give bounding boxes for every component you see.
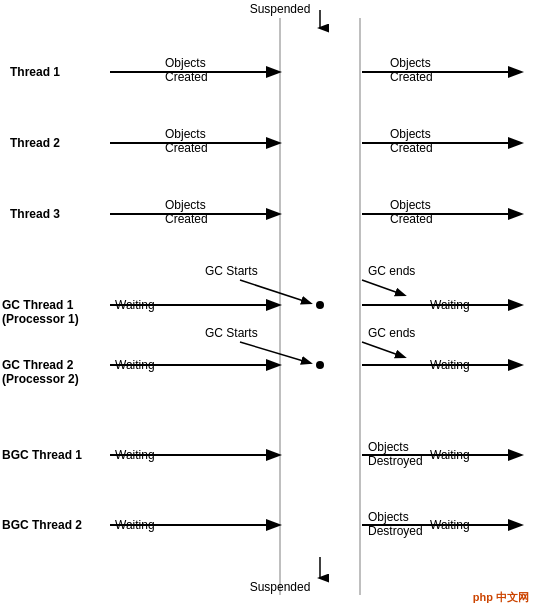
bgc1-destroyed-label: Destroyed xyxy=(368,454,423,468)
bgc2-objects-label: Objects xyxy=(368,510,409,524)
gc2-gc-ends-label: GC ends xyxy=(368,326,415,340)
created-1-left-label: Created xyxy=(165,70,208,84)
svg-point-23 xyxy=(316,361,324,369)
gc1-gc-starts-label: GC Starts xyxy=(205,264,258,278)
objects-3-right-label: Objects xyxy=(390,198,431,212)
bgc2-waiting-left-label: Waiting xyxy=(115,518,155,532)
objects-1-right-label: Objects xyxy=(390,56,431,70)
svg-line-16 xyxy=(362,342,404,357)
created-3-left-label: Created xyxy=(165,212,208,226)
gc1-gc-ends-label: GC ends xyxy=(368,264,415,278)
bgc2-destroyed-label: Destroyed xyxy=(368,524,423,538)
objects-3-left-label: Objects xyxy=(165,198,206,212)
bgc1-waiting-left-label: Waiting xyxy=(115,448,155,462)
svg-line-11 xyxy=(240,280,310,303)
suspended-top-label: Suspended xyxy=(250,2,311,16)
created-2-right-label: Created xyxy=(390,141,433,155)
gc1-waiting-left-label: Waiting xyxy=(115,298,155,312)
suspended-bottom-label: Suspended xyxy=(250,580,311,594)
created-2-left-label: Created xyxy=(165,141,208,155)
gc2-gc-starts-label: GC Starts xyxy=(205,326,258,340)
diagram: Suspended Thread 1 Objects Created Objec… xyxy=(0,0,537,613)
gc-thread2-label: GC Thread 2 xyxy=(2,358,73,372)
thread1-label: Thread 1 xyxy=(10,65,60,79)
objects-2-right-label: Objects xyxy=(390,127,431,141)
svg-point-22 xyxy=(316,301,324,309)
bgc1-waiting-right-label: Waiting xyxy=(430,448,470,462)
objects-2-left-label: Objects xyxy=(165,127,206,141)
bgc2-waiting-right-label: Waiting xyxy=(430,518,470,532)
gc2-waiting-left-label: Waiting xyxy=(115,358,155,372)
bgc-thread2-label: BGC Thread 2 xyxy=(2,518,82,532)
bgc1-objects-label: Objects xyxy=(368,440,409,454)
processor2-label: (Processor 2) xyxy=(2,372,79,386)
processor1-label: (Processor 1) xyxy=(2,312,79,326)
created-1-right-label: Created xyxy=(390,70,433,84)
gc-thread1-label: GC Thread 1 xyxy=(2,298,73,312)
thread2-label: Thread 2 xyxy=(10,136,60,150)
created-3-right-label: Created xyxy=(390,212,433,226)
gc1-waiting-right-label: Waiting xyxy=(430,298,470,312)
bgc-thread1-label: BGC Thread 1 xyxy=(2,448,82,462)
objects-1-left-label: Objects xyxy=(165,56,206,70)
thread3-label: Thread 3 xyxy=(10,207,60,221)
svg-line-12 xyxy=(362,280,404,295)
gc2-waiting-right-label: Waiting xyxy=(430,358,470,372)
svg-line-15 xyxy=(240,342,310,363)
watermark-label: php 中文网 xyxy=(473,590,529,605)
